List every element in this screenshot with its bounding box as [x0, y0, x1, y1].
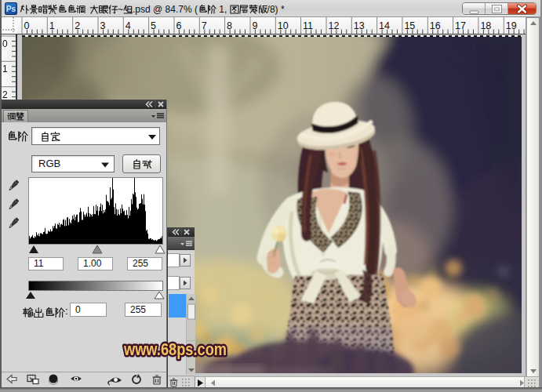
svg-text:1: 1	[49, 20, 55, 31]
svg-text:13: 13	[354, 20, 365, 31]
svg-text:14: 14	[379, 20, 390, 31]
svg-text:17: 17	[455, 20, 466, 31]
svg-text:12: 12	[329, 20, 340, 31]
svg-text:2: 2	[2, 89, 8, 100]
svg-text:11: 11	[303, 20, 313, 31]
svg-text:8: 8	[227, 20, 232, 31]
svg-text:16: 16	[430, 20, 441, 31]
svg-text:0: 0	[2, 38, 8, 49]
svg-text:19: 19	[506, 20, 517, 31]
svg-text:5: 5	[151, 20, 156, 31]
svg-text:10: 10	[278, 20, 289, 31]
svg-text:18: 18	[480, 20, 491, 31]
svg-text:0: 0	[24, 20, 30, 31]
svg-text:4: 4	[125, 20, 131, 31]
svg-text:1: 1	[2, 64, 8, 74]
svg-text:7: 7	[202, 20, 207, 31]
svg-text:www.68ps.com: www.68ps.com	[123, 340, 227, 359]
svg-text:15: 15	[404, 20, 415, 31]
svg-text:3: 3	[100, 20, 106, 31]
